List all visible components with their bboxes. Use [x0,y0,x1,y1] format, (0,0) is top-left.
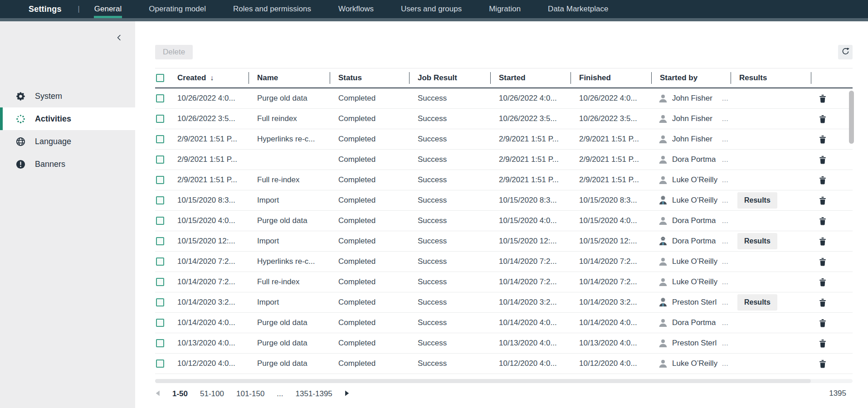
cell-name: Import [249,237,330,246]
column-header-status[interactable]: Status [330,68,409,87]
cell-started-by: Luke O’Reilly... [651,359,731,369]
sidebar-item-label: System [35,92,62,101]
cell-started-by: Luke O’Reilly... [651,277,731,287]
sidebar-item-language[interactable]: Language [0,130,135,153]
pagination-page-1-50[interactable]: 1-50 [172,389,188,398]
column-header-finished[interactable]: Finished [571,68,651,87]
delete-button[interactable]: Delete [155,45,193,59]
tab-roles-and-permissions[interactable]: Roles and permissions [233,0,311,18]
delete-row-button[interactable] [819,115,826,123]
horizontal-scrollbar-thumb[interactable] [155,379,811,383]
pagination-page-1351-1395[interactable]: 1351-1395 [296,389,332,398]
column-header-started[interactable]: Started [490,68,571,87]
sidebar-item-system[interactable]: System [0,85,135,107]
row-checkbox[interactable] [156,155,164,164]
column-header-job-result[interactable]: Job Result [409,68,490,87]
cell-job-result: Success [409,339,490,348]
row-checkbox[interactable] [156,135,164,143]
tab-users-and-groups[interactable]: Users and groups [401,0,462,18]
row-checkbox-cell [155,217,169,225]
column-header-created[interactable]: Created↓ [169,68,249,87]
delete-row-button[interactable] [819,359,826,368]
nav-divider: | [78,0,80,18]
delete-row-button[interactable] [819,176,826,185]
truncation-ellipsis: ... [719,114,728,123]
row-checkbox[interactable] [156,115,164,123]
refresh-button[interactable] [838,45,853,59]
cell-actions [811,359,853,368]
truncation-ellipsis: ... [719,318,728,327]
user-icon [658,277,668,287]
cell-started: 10/12/2020 4:0... [490,359,571,368]
user-icon [658,338,668,348]
vertical-scrollbar-thumb[interactable] [849,91,854,144]
cell-started-by: John Fisher... [651,134,731,144]
delete-row-button[interactable] [819,196,826,205]
tab-migration[interactable]: Migration [489,0,521,18]
cell-name: Hyperlinks re-c... [249,135,330,144]
row-checkbox[interactable] [156,217,164,225]
row-checkbox[interactable] [156,176,164,184]
pagination-page-51-100[interactable]: 51-100 [200,389,224,398]
results-button[interactable]: Results [737,192,777,209]
sidebar-item-banners[interactable]: Banners [0,153,135,175]
tab-general[interactable]: General [94,0,122,18]
row-checkbox[interactable] [156,257,164,266]
row-checkbox-cell [155,237,169,245]
delete-row-button[interactable] [819,257,826,266]
delete-row-button[interactable] [819,278,826,287]
horizontal-scrollbar[interactable] [155,379,853,383]
started-by-name: John Fisher [672,94,712,103]
row-checkbox[interactable] [156,339,164,347]
cell-job-result: Success [409,257,490,266]
row-checkbox[interactable] [156,196,164,204]
row-checkbox[interactable] [156,94,164,102]
column-header-results[interactable]: Results [731,68,811,87]
delete-row-button[interactable] [819,319,826,327]
sidebar-item-activities[interactable]: Activities [0,107,135,130]
row-checkbox[interactable] [156,278,164,286]
pagination-prev-button[interactable] [155,390,160,398]
cell-finished: 10/15/2020 4:0... [571,216,651,225]
row-checkbox[interactable] [156,359,164,368]
column-header-started-by[interactable]: Started by [651,68,731,87]
row-checkbox[interactable] [156,319,164,327]
tab-data-marketplace[interactable]: Data Marketplace [548,0,608,18]
cell-finished: 10/15/2020 12:... [571,237,651,246]
results-button[interactable]: Results [737,233,777,249]
select-all-checkbox[interactable] [156,74,164,82]
tab-operating-model[interactable]: Operating model [149,0,206,18]
row-checkbox[interactable] [156,298,164,306]
delete-row-button[interactable] [819,217,826,225]
pagination-next-button[interactable] [345,390,350,398]
delete-row-button[interactable] [819,155,826,164]
delete-row-button[interactable] [819,339,826,348]
results-button[interactable]: Results [737,294,777,311]
cell-name: Purge old data [249,318,330,327]
delete-row-button[interactable] [819,237,826,246]
column-header-name[interactable]: Name [249,68,330,87]
column-header-label: Finished [579,73,611,83]
sidebar-items: SystemActivitiesLanguageBanners [0,85,135,175]
delete-row-button[interactable] [819,94,826,103]
cell-actions [811,155,853,164]
pagination-page-blank[interactable]: ... [277,389,283,398]
pagination-page-101-150[interactable]: 101-150 [236,389,264,398]
truncation-ellipsis: ... [719,359,728,368]
truncation-ellipsis: ... [719,277,728,287]
row-checkbox[interactable] [156,237,164,245]
settings-brand-label: Settings [29,5,62,14]
tab-workflows[interactable]: Workflows [338,0,374,18]
row-checkbox-cell [155,319,169,327]
cell-actions [811,94,853,103]
table-row: 10/15/2020 4:0...Purge old dataCompleted… [155,211,853,231]
delete-row-button[interactable] [819,298,826,307]
delete-row-button[interactable] [819,135,826,144]
sidebar: SystemActivitiesLanguageBanners [0,21,135,408]
row-checkbox-cell [155,278,169,286]
trash-icon [819,196,826,205]
trash-icon [819,155,826,164]
sidebar-item-label: Banners [35,160,65,169]
cell-created: 10/15/2020 12:... [169,237,249,246]
sidebar-collapse-button[interactable] [113,32,125,44]
